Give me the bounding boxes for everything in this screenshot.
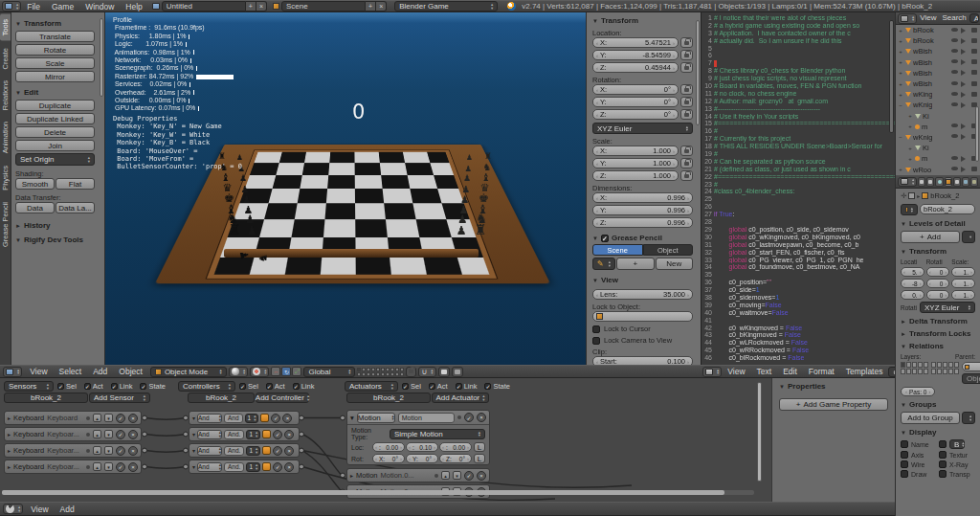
expand-icon[interactable]: + (898, 70, 903, 76)
expand-icon[interactable]: ▾ (192, 463, 195, 470)
check-icon[interactable]: ✓ (273, 446, 282, 456)
filter-checkbox-act[interactable]: ✓Act (266, 382, 285, 391)
eye-icon[interactable] (951, 81, 958, 85)
outliner-row[interactable]: +wBish (896, 46, 980, 56)
lock-cursor-checkbox[interactable]: ✓ (592, 325, 600, 333)
outliner-row[interactable]: +wBish (896, 79, 980, 89)
filter-checkbox-link[interactable]: ✓Link (293, 382, 315, 391)
gp-new-button[interactable]: New (656, 258, 694, 270)
mode-select[interactable]: Object Mode▴▾ (150, 367, 227, 377)
actuators-filter-select[interactable]: Actuators▴▾ (345, 381, 398, 392)
expand-icon[interactable]: ▸ (350, 472, 353, 479)
move-up-icon[interactable]: ▴ (441, 471, 450, 480)
axis-field[interactable]: ‹X:0.996› (592, 192, 693, 203)
display-option-name[interactable]: ✓Name (901, 439, 937, 449)
lock-icon[interactable] (680, 37, 693, 48)
actuator-type-select[interactable]: Motion▴▾ (357, 413, 395, 423)
add-layout-button[interactable]: + (246, 1, 256, 11)
pin-icon[interactable] (86, 416, 90, 420)
display-filter-select[interactable]: All Scenes (969, 13, 979, 23)
expand-icon[interactable]: ▸ (8, 463, 11, 470)
tab-modifiers-icon[interactable] (962, 177, 969, 187)
manipulator-rotate-icon[interactable]: ↻ (281, 367, 291, 376)
outliner-row[interactable]: +m (896, 122, 980, 132)
expand-icon[interactable]: − (898, 134, 903, 140)
orientation-select[interactable]: Global▴▾ (303, 367, 355, 377)
level-up-icon[interactable]: ▴ (93, 462, 101, 471)
lock-icon[interactable] (680, 50, 693, 60)
gp-object-tab[interactable]: Object (643, 244, 694, 256)
duplicate-linked-button[interactable]: Duplicate Linked (15, 113, 95, 124)
panel-delta-transform[interactable]: ►Delta Transform (901, 317, 975, 325)
viewport-3d[interactable]: ♜♟♜♟♞♟♞♟♝♟♝♟♛♟♛♟♚♟♚♟♝♟♝♟♞♟♞♟♜♟♜♟♟♞ Profi… (105, 12, 586, 365)
panel-transform[interactable]: ▼Transform (15, 19, 95, 28)
outliner-scrollbar[interactable] (975, 106, 979, 162)
controller-row[interactable]: ▾ And▴▾ And. 1▴▾ ✓ × (189, 427, 300, 441)
transform-mini-field[interactable]: ‹0.› (901, 290, 924, 300)
axis-field[interactable]: ‹X:1.000› (592, 146, 679, 156)
filter-checkbox-act[interactable]: ✓Act (429, 382, 448, 391)
outliner-row[interactable]: +wBish (896, 57, 980, 68)
transform-mini-field[interactable]: ‹0› (926, 279, 950, 288)
expand-icon[interactable]: ▾ (192, 447, 195, 454)
layers-grid[interactable] (931, 362, 959, 374)
close-icon[interactable]: × (128, 446, 138, 456)
lock-camera-checkbox[interactable]: ✓ (592, 337, 600, 345)
transform-mini-field[interactable]: ‹5.› (901, 267, 924, 277)
cursor-select-icon[interactable] (961, 156, 969, 162)
add-game-property-button[interactable]: +Add Game Property (779, 398, 888, 411)
controller-type-select[interactable]: And▴▾ (197, 414, 222, 423)
lock-scene-icon[interactable] (406, 367, 416, 377)
controller-type-select[interactable]: And▴▾ (197, 462, 222, 472)
set-origin-menu[interactable]: Set Origin▴▾ (15, 153, 95, 166)
toolshelf-tab-animation[interactable]: Animation (0, 117, 11, 158)
actuator-name-field[interactable]: Motion (398, 413, 455, 423)
manipulator-translate-icon[interactable]: ↔ (271, 367, 280, 376)
check-icon[interactable]: ✓ (116, 430, 125, 439)
lock-icon[interactable] (680, 97, 693, 107)
state-select[interactable]: 1▴▾ (246, 430, 260, 439)
editor-type-select[interactable]: ▴▾ (3, 504, 23, 514)
axis-field[interactable]: ‹Z:0.45944› (592, 62, 679, 73)
logic-hscrollbar[interactable] (2, 490, 754, 495)
controller-name-field[interactable]: And (224, 414, 243, 423)
render-opengl-anim-icon[interactable] (452, 367, 463, 377)
display-option-bounds[interactable]: ✓B▴▾ (939, 439, 975, 449)
check-icon[interactable]: ✓ (273, 430, 282, 439)
view-menu-view[interactable]: View (24, 366, 53, 377)
cursor-select-icon[interactable] (961, 49, 969, 55)
loc-axis-field[interactable]: ‹:0.00› (372, 442, 405, 452)
axis-field[interactable]: ‹Z:0°› (592, 109, 679, 120)
screen-layout-name[interactable]: Untitled (162, 1, 246, 11)
cursor-select-icon[interactable] (961, 28, 969, 34)
panel-history[interactable]: ►History (15, 221, 95, 230)
panel-display[interactable]: ▼Display (901, 428, 975, 437)
menu-help[interactable]: Help (120, 1, 147, 12)
close-icon[interactable]: × (477, 471, 486, 481)
display-option-draw[interactable]: ✓Draw (901, 470, 937, 478)
render-opengl-icon[interactable] (438, 367, 450, 377)
lock-icon[interactable] (680, 146, 693, 156)
expand-icon[interactable]: + (898, 81, 903, 87)
editor-type-select[interactable]: ▴▾ (898, 177, 917, 187)
expand-icon[interactable]: + (898, 92, 903, 98)
axis-field[interactable]: ‹Y:0°› (592, 97, 679, 107)
menu-file[interactable]: File (21, 1, 46, 12)
local-toggle[interactable]: L (474, 442, 485, 452)
controller-row[interactable]: ▾ And▴▾ And. 1▴▾ ✓ × (189, 460, 300, 474)
expand-icon[interactable]: + (898, 167, 903, 172)
flat-button[interactable]: Flat (56, 178, 95, 190)
close-icon[interactable]: × (128, 462, 138, 472)
eye-icon[interactable] (951, 123, 958, 127)
toolshelf-tab-grease-pencil[interactable]: Grease Pencil (0, 197, 11, 252)
panel-edit[interactable]: ▼Edit (15, 88, 95, 97)
controller-type-select[interactable]: And▴▾ (197, 430, 222, 439)
expand-icon[interactable]: + (898, 59, 903, 65)
cursor-select-icon[interactable] (961, 81, 969, 87)
loc-axis-field[interactable]: ‹:0.10› (406, 442, 438, 452)
logic-menu-add[interactable]: Add (55, 504, 80, 515)
group-menu-button[interactable]: ▴▾ (962, 412, 975, 424)
controller-name-field[interactable]: And. (224, 430, 244, 439)
npanel-scrollbar[interactable] (696, 20, 700, 125)
eye-icon[interactable] (951, 156, 958, 160)
